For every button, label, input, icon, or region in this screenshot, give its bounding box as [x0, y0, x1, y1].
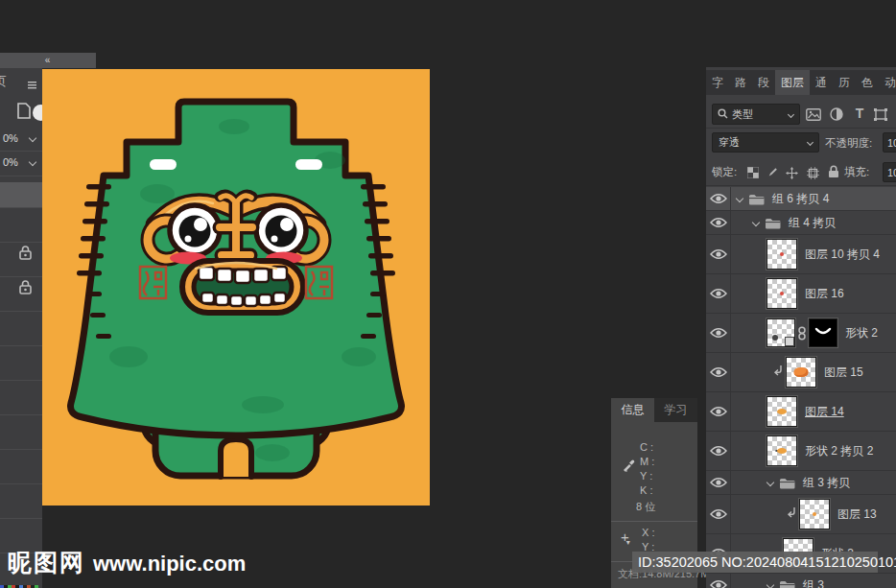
- layer-row[interactable]: 图层 13: [706, 495, 896, 534]
- panel-tab-段[interactable]: 段: [752, 70, 775, 95]
- clipping-mask-arrow-icon: [787, 506, 797, 523]
- visibility-eye-icon[interactable]: [706, 314, 731, 352]
- layer-name: 图层 10 拷贝 4: [805, 247, 880, 263]
- xy-readout: X :Y :: [642, 526, 654, 554]
- layer-thumbnail[interactable]: [766, 435, 797, 466]
- layer-row[interactable]: 图层 15: [706, 353, 896, 392]
- layer-row[interactable]: 图层 16: [706, 274, 896, 314]
- group-row[interactable]: 组 3 拷贝: [706, 471, 896, 495]
- vector-mask-thumbnail[interactable]: [809, 318, 837, 347]
- layer-thumbnail[interactable]: [766, 318, 795, 347]
- expand-chevron-icon[interactable]: [736, 195, 743, 202]
- layer-thumbnail[interactable]: [766, 396, 797, 427]
- layers-list: 组 6 拷贝 4组 4 拷贝图层 10 拷贝 4图层 16形状 2图层 15图层…: [706, 187, 896, 588]
- left-cropped-panel: 页 0% 0%: [0, 68, 42, 588]
- visibility-eye-icon[interactable]: [706, 574, 731, 588]
- panel-tab-bar: 字路段图层通历色动颜: [706, 70, 896, 95]
- watermark-brand: 昵图网: [8, 549, 85, 576]
- cropped-panel-label: 页: [0, 73, 7, 90]
- thumbnail-content: [777, 448, 787, 454]
- panel-tab-色[interactable]: 色: [856, 70, 879, 95]
- lock-transparency-icon[interactable]: [744, 164, 762, 181]
- channel-label: C :: [640, 440, 654, 455]
- expand-chevron-icon[interactable]: [766, 581, 774, 588]
- group-row[interactable]: 组 3: [706, 574, 896, 588]
- taotie-character-artwork: [42, 69, 430, 506]
- search-icon: [718, 108, 728, 121]
- document-canvas[interactable]: [42, 69, 430, 506]
- layer-row[interactable]: 图层 14: [706, 392, 896, 432]
- thumbnail-content: [777, 409, 787, 414]
- visibility-eye-icon[interactable]: [706, 211, 731, 234]
- info-tab-信息[interactable]: 信息: [611, 398, 654, 422]
- blend-mode-select[interactable]: 穿透: [712, 132, 819, 153]
- visibility-eye-icon[interactable]: [706, 495, 731, 533]
- zoom-field[interactable]: 0%: [0, 152, 42, 175]
- zoom-field[interactable]: 0%: [0, 128, 42, 151]
- panel-menu-icon[interactable]: [28, 76, 36, 93]
- fill-field[interactable]: 100%: [883, 162, 896, 182]
- lock-pixels-brush-icon[interactable]: [764, 164, 781, 181]
- panel-tab-通[interactable]: 通: [810, 70, 833, 95]
- lock-position-move-icon[interactable]: [783, 164, 800, 181]
- layer-filter-select[interactable]: 类型: [712, 104, 800, 125]
- group-row[interactable]: 组 4 拷贝: [706, 211, 896, 235]
- layer-name: 组 3 拷贝: [803, 475, 850, 491]
- layer-thumbnail[interactable]: [766, 278, 797, 309]
- layer-row[interactable]: 形状 2 拷贝 2: [706, 432, 896, 471]
- expand-chevron-icon[interactable]: [752, 219, 760, 226]
- info-panel-tabs: 信息学习: [611, 398, 697, 422]
- layer-name: 组 3: [803, 577, 824, 588]
- layer-name: 形状 2 拷贝 2: [805, 443, 873, 459]
- mask-link-icon[interactable]: [797, 326, 807, 341]
- visibility-eye-icon[interactable]: [706, 274, 731, 313]
- layer-thumbnail[interactable]: [786, 357, 816, 388]
- channel-label: K :: [640, 483, 654, 498]
- panel-tab-动[interactable]: 动: [879, 70, 896, 95]
- layer-thumbnail[interactable]: [766, 239, 797, 270]
- visibility-eye-icon[interactable]: [706, 392, 731, 431]
- layer-name: 图层 14: [805, 404, 844, 420]
- layer-name: 图层 16: [805, 286, 844, 302]
- panel-tab-字[interactable]: 字: [706, 70, 729, 95]
- clipping-mask-arrow-icon: [773, 364, 784, 381]
- folder-icon: [779, 579, 795, 588]
- layer-thumbnail[interactable]: [799, 499, 830, 529]
- visibility-eye-icon[interactable]: [706, 432, 731, 470]
- lock-artboard-icon[interactable]: [804, 164, 821, 181]
- expand-chevron-icon[interactable]: [766, 479, 774, 486]
- collapse-panels-button[interactable]: «: [0, 53, 96, 68]
- thumbnail-content: [780, 292, 784, 295]
- filter-adjustment-layers-icon[interactable]: [827, 106, 846, 123]
- opacity-field[interactable]: 100%: [883, 132, 896, 153]
- layer-row[interactable]: 图层 10 拷贝 4: [706, 235, 896, 274]
- photoshop-window: « 页 0% 0%: [0, 0, 896, 588]
- visibility-eye-icon[interactable]: [706, 235, 731, 273]
- visibility-eye-icon[interactable]: [706, 187, 731, 210]
- filter-type-layers-icon[interactable]: T: [850, 105, 869, 122]
- crosshair-icon: +▾: [621, 529, 633, 545]
- thumbnail-content: [794, 367, 809, 377]
- filter-shape-layers-icon[interactable]: [871, 106, 890, 123]
- panel-tab-路[interactable]: 路: [729, 70, 752, 95]
- visibility-eye-icon[interactable]: [706, 353, 731, 391]
- layers-panel: 字路段图层通历色动颜 类型 T 穿透: [706, 67, 896, 588]
- panel-tab-图层[interactable]: 图层: [775, 70, 810, 95]
- coord-label: X :: [642, 526, 654, 540]
- layer-row[interactable]: 形状 2: [706, 314, 896, 353]
- folder-icon: [779, 477, 795, 489]
- visibility-eye-icon[interactable]: [706, 471, 731, 494]
- selected-row[interactable]: [0, 182, 42, 207]
- info-tab-学习[interactable]: 学习: [654, 398, 697, 422]
- layer-name: 图层 15: [824, 365, 863, 381]
- layer-name: 组 4 拷贝: [789, 215, 836, 231]
- watermark: 昵图网www.nipic.com: [8, 547, 246, 578]
- filter-pixel-layers-icon[interactable]: [804, 106, 823, 123]
- thumbnail-content: [813, 512, 816, 516]
- layer-name: 形状 2: [845, 325, 878, 341]
- group-row[interactable]: 组 6 拷贝 4: [706, 187, 896, 211]
- lock-all-icon[interactable]: [825, 163, 842, 180]
- bit-depth: 8 位: [636, 500, 655, 514]
- panel-tab-历[interactable]: 历: [833, 70, 856, 95]
- channel-label: Y :: [640, 469, 654, 483]
